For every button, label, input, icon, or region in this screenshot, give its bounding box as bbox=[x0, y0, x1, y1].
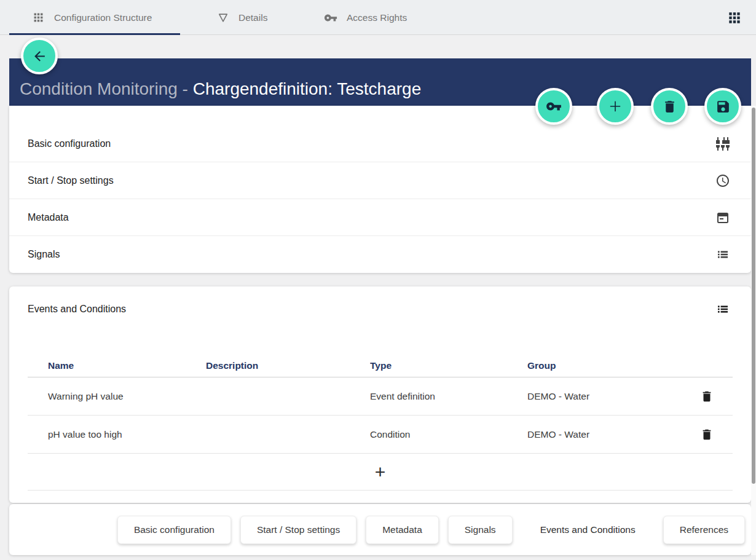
list-icon[interactable] bbox=[715, 302, 730, 317]
nav-signals[interactable]: Signals bbox=[448, 516, 513, 544]
table-row[interactable]: Warning pH value Event definition DEMO -… bbox=[28, 377, 733, 416]
sliders-icon bbox=[715, 136, 730, 151]
key-icon bbox=[324, 11, 337, 25]
cell-name: pH value too high bbox=[48, 429, 206, 440]
apps-grid-icon[interactable] bbox=[726, 10, 742, 26]
scrollbar-thumb[interactable] bbox=[752, 108, 755, 484]
cell-type: Event definition bbox=[370, 391, 527, 402]
list-icon bbox=[715, 247, 730, 262]
table-header-row: Name Description Type Group bbox=[28, 357, 733, 377]
events-conditions-header: Events and Conditions bbox=[9, 286, 751, 332]
delete-row-button[interactable] bbox=[698, 425, 716, 444]
tab-details[interactable]: Details bbox=[217, 0, 267, 35]
delete-row-button[interactable] bbox=[698, 387, 716, 406]
clock-icon bbox=[715, 173, 730, 188]
plus-icon bbox=[607, 98, 624, 115]
page-title-prefix: Condition Monitoring - bbox=[20, 79, 193, 98]
back-button[interactable] bbox=[21, 37, 58, 74]
cell-group: DEMO - Water bbox=[527, 391, 681, 402]
section-label: Metadata bbox=[28, 212, 69, 223]
bottom-nav-bar: Basic configuration Start / Stop setting… bbox=[9, 504, 751, 555]
delete-button[interactable] bbox=[651, 88, 688, 125]
scrollbar-track bbox=[751, 106, 756, 555]
key-icon bbox=[546, 98, 562, 114]
table-row[interactable]: pH value too high Condition DEMO - Water bbox=[28, 416, 733, 454]
add-row-button[interactable]: + bbox=[375, 463, 386, 481]
section-label: Basic configuration bbox=[28, 138, 111, 149]
events-conditions-title: Events and Conditions bbox=[28, 304, 126, 315]
page-title: Condition Monitoring - Chargendefinition… bbox=[20, 79, 421, 99]
section-basic-configuration[interactable]: Basic configuration bbox=[9, 125, 751, 162]
tab-access-rights[interactable]: Access Rights bbox=[324, 0, 407, 35]
page-title-name: Chargendefinition: Testcharge bbox=[193, 79, 422, 98]
arrow-left-icon bbox=[32, 49, 47, 64]
top-tab-bar: Configuration Structure Details Access R… bbox=[0, 0, 756, 35]
trash-icon bbox=[700, 428, 714, 441]
column-header-name: Name bbox=[48, 360, 206, 371]
tab-label: Access Rights bbox=[347, 12, 407, 23]
nav-events-and-conditions[interactable]: Events and Conditions bbox=[522, 516, 654, 543]
section-metadata[interactable]: Metadata bbox=[9, 199, 751, 236]
events-table: Name Description Type Group Warning pH v… bbox=[28, 357, 733, 491]
save-button[interactable] bbox=[704, 88, 741, 125]
cell-type: Condition bbox=[370, 429, 527, 440]
tab-configuration-structure[interactable]: Configuration Structure bbox=[32, 0, 152, 35]
column-header-group: Group bbox=[527, 360, 681, 371]
save-icon bbox=[715, 99, 731, 114]
section-signals[interactable]: Signals bbox=[9, 236, 751, 273]
tab-label: Details bbox=[238, 12, 267, 23]
cell-name: Warning pH value bbox=[48, 391, 206, 402]
trash-icon bbox=[700, 390, 714, 403]
page-header: Condition Monitoring - Chargendefinition… bbox=[9, 58, 751, 106]
add-row-area: + bbox=[28, 454, 733, 491]
funnel-icon bbox=[217, 12, 229, 24]
cell-group: DEMO - Water bbox=[527, 429, 681, 440]
access-rights-button[interactable] bbox=[535, 88, 572, 125]
section-label: Signals bbox=[28, 249, 60, 260]
section-start-stop-settings[interactable]: Start / Stop settings bbox=[9, 162, 751, 199]
section-label: Start / Stop settings bbox=[28, 175, 114, 186]
column-header-type: Type bbox=[370, 360, 527, 371]
sections-card: Basic configuration Start / Stop setting… bbox=[9, 106, 751, 273]
trash-icon bbox=[662, 99, 677, 114]
tab-label: Configuration Structure bbox=[54, 12, 152, 23]
column-header-description: Description bbox=[206, 360, 370, 371]
add-button[interactable] bbox=[597, 88, 634, 125]
nav-references[interactable]: References bbox=[663, 516, 745, 544]
events-conditions-card: Events and Conditions Name Description T… bbox=[9, 286, 751, 503]
grid-icon bbox=[32, 11, 45, 24]
active-tab-underline bbox=[9, 33, 180, 35]
calendar-icon bbox=[715, 210, 730, 225]
nav-start-stop-settings[interactable]: Start / Stop settings bbox=[240, 516, 356, 544]
nav-basic-configuration[interactable]: Basic configuration bbox=[117, 516, 231, 544]
nav-metadata[interactable]: Metadata bbox=[366, 516, 439, 544]
